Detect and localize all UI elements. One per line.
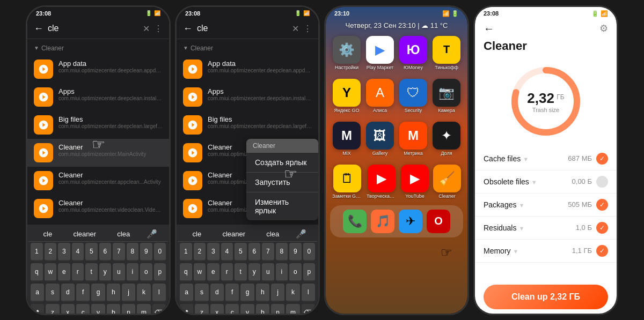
back-button-1[interactable]: ←	[34, 23, 43, 34]
key-d[interactable]: d	[61, 284, 75, 302]
key-n-2[interactable]: n	[271, 304, 284, 314]
dock-phone[interactable]: 📞	[343, 210, 367, 233]
home-app-dolya[interactable]: ✦ Доля	[432, 122, 461, 156]
home-app-camera[interactable]: 📷 Камера	[432, 79, 461, 113]
key-6[interactable]: 6	[99, 243, 112, 261]
key-k-2[interactable]: k	[286, 284, 299, 302]
clean-button[interactable]: Clean up 2,32 ГБ	[484, 285, 608, 309]
home-app-cleaner[interactable]: 🧹 Cleaner	[433, 165, 461, 199]
cleaner-item-residuals[interactable]: Residuals ▼ 1,0 Б ✓	[475, 217, 617, 240]
key-y-2[interactable]: y	[248, 263, 261, 281]
suggestion-cle-2[interactable]: cle	[188, 229, 206, 239]
key-backspace-2[interactable]: ⌫	[302, 304, 315, 314]
home-app-play[interactable]: ▶ Play Маркет	[365, 36, 394, 70]
key-q[interactable]: q	[31, 263, 43, 281]
key-l[interactable]: l	[152, 284, 166, 302]
key-0[interactable]: 0	[154, 243, 166, 261]
list-item[interactable]: Apps com.miui.optimizecenter.deepclean.i…	[27, 83, 169, 111]
key-4[interactable]: 4	[72, 243, 84, 261]
dock-telegram[interactable]: ✈	[399, 210, 422, 233]
key-c[interactable]: c	[76, 304, 90, 314]
key-shift-1[interactable]: ⬆	[31, 304, 44, 314]
key-x[interactable]: x	[61, 304, 75, 314]
key-num-8-2[interactable]: 8	[276, 243, 288, 261]
mic-button-2[interactable]: 🎤	[296, 229, 306, 239]
suggestion-clea-1[interactable]: clea	[113, 229, 134, 239]
cleaner-check-packages[interactable]: ✓	[596, 199, 608, 211]
key-w-2[interactable]: w	[194, 263, 206, 281]
key-s[interactable]: s	[46, 284, 59, 302]
key-b[interactable]: b	[107, 304, 120, 314]
key-d-2[interactable]: d	[210, 284, 224, 302]
home-app-tinkoff[interactable]: T Тинькофф	[432, 36, 461, 70]
key-r[interactable]: r	[72, 263, 84, 281]
key-v-2[interactable]: v	[240, 304, 254, 314]
back-button-2[interactable]: ←	[183, 23, 193, 34]
key-y[interactable]: y	[99, 263, 112, 281]
key-r-2[interactable]: r	[221, 263, 233, 281]
key-n[interactable]: n	[122, 304, 135, 314]
key-e-2[interactable]: e	[207, 263, 219, 281]
search-more-2[interactable]: ⋮	[303, 24, 312, 34]
context-item-launch[interactable]: Запустить	[246, 173, 318, 192]
cleaner-check-cache[interactable]: ✓	[596, 153, 608, 165]
key-a[interactable]: a	[31, 284, 44, 302]
search-more-1[interactable]: ⋮	[154, 24, 163, 34]
key-m-2[interactable]: m	[286, 304, 299, 314]
key-2[interactable]: 2	[45, 243, 57, 261]
list-item[interactable]: App data com.miui.optimizecenter.deepcle…	[177, 55, 318, 83]
cleaner-item-packages[interactable]: Packages ▼ 505 МБ ✓	[475, 194, 617, 217]
key-9[interactable]: 9	[140, 243, 152, 261]
cleaner-check-memory[interactable]: ✓	[596, 245, 608, 257]
search-clear-1[interactable]: ✕	[143, 24, 150, 34]
key-j[interactable]: j	[122, 284, 135, 302]
key-f-2[interactable]: f	[225, 284, 239, 302]
key-i[interactable]: i	[127, 263, 139, 281]
suggestion-cle-1[interactable]: cle	[39, 229, 57, 239]
section-arrow-1[interactable]: ▼	[34, 45, 39, 51]
key-i-2[interactable]: i	[276, 263, 288, 281]
key-e[interactable]: e	[58, 263, 70, 281]
dock-music[interactable]: 🎵	[371, 210, 394, 233]
key-num-0-2[interactable]: 0	[303, 243, 316, 261]
key-t[interactable]: t	[85, 263, 98, 281]
list-item[interactable]: Big files com.miui.optimizecenter.deepcl…	[27, 111, 169, 139]
key-g-2[interactable]: g	[240, 284, 254, 302]
key-num-4-2[interactable]: 4	[221, 243, 233, 261]
key-p[interactable]: p	[154, 263, 166, 281]
key-3[interactable]: 3	[58, 243, 70, 261]
list-item[interactable]: Cleaner com.miui.optimizecenter.appclean…	[27, 167, 169, 195]
key-z-2[interactable]: z	[195, 304, 208, 314]
key-z[interactable]: z	[46, 304, 59, 314]
key-q-2[interactable]: q	[180, 263, 192, 281]
home-app-youtube[interactable]: ▶ YouTube	[401, 165, 429, 199]
list-item[interactable]: Big files com.miui.optimizecenter.deepcl…	[177, 111, 318, 139]
key-o-2[interactable]: o	[289, 263, 302, 281]
key-m[interactable]: m	[137, 304, 150, 314]
cleaner-item-cache[interactable]: Cache files ▼ 687 МБ ✓	[475, 147, 617, 170]
key-v[interactable]: v	[91, 304, 105, 314]
home-app-keep[interactable]: 🗒 Заметки Google Кеер	[332, 165, 362, 199]
key-shift-2[interactable]: ⬆	[180, 304, 193, 314]
home-app-yandexgo[interactable]: Y Яндекс GO	[332, 79, 361, 113]
key-h[interactable]: h	[107, 284, 120, 302]
home-app-settings[interactable]: ⚙️ Настройки	[332, 36, 361, 70]
key-g[interactable]: g	[91, 284, 105, 302]
key-u-2[interactable]: u	[262, 263, 274, 281]
search-input-1[interactable]: cle	[48, 24, 138, 33]
suggestion-cleaner-2[interactable]: cleaner	[218, 229, 250, 239]
key-1[interactable]: 1	[31, 243, 43, 261]
home-app-ytcreator[interactable]: ▶ Творческая студия YouTube	[367, 165, 397, 199]
key-num-3-2[interactable]: 3	[207, 243, 219, 261]
home-app-alice[interactable]: A Алиса	[365, 79, 394, 113]
key-u[interactable]: u	[113, 263, 125, 281]
cleaner-item-memory[interactable]: Memory ▼ 1,1 ГБ ✓	[475, 240, 617, 263]
key-num-7-2[interactable]: 7	[262, 243, 274, 261]
home-app-gallery[interactable]: 🖼 Gallery	[365, 122, 394, 156]
home-app-yumoney[interactable]: Ю ЮMoney	[399, 36, 428, 70]
context-item-create[interactable]: Создать ярлык	[246, 153, 318, 173]
key-o[interactable]: o	[140, 263, 152, 281]
key-7[interactable]: 7	[113, 243, 125, 261]
key-h-2[interactable]: h	[256, 284, 269, 302]
key-num-1-2[interactable]: 1	[180, 243, 192, 261]
